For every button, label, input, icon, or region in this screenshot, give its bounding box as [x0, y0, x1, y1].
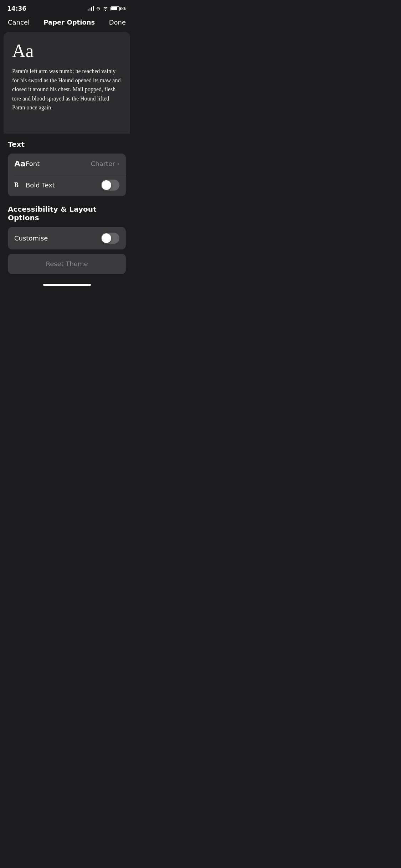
- bold-text-toggle[interactable]: [101, 180, 119, 191]
- font-chevron: ›: [117, 160, 119, 167]
- font-row[interactable]: Aa Font Charter ›: [8, 154, 126, 174]
- page-title: Paper Options: [43, 19, 95, 26]
- toggle-knob: [102, 180, 111, 190]
- toggle-knob-customise: [102, 233, 111, 243]
- bold-label: Bold Text: [26, 181, 101, 189]
- signal-icon: [88, 6, 94, 11]
- settings-section: Text Aa Font Charter › B Bold Text Acces…: [0, 134, 134, 274]
- wifi-icon: [103, 6, 108, 11]
- customise-row: Customise: [8, 227, 126, 249]
- bold-icon: B: [14, 181, 26, 189]
- done-button[interactable]: Done: [109, 19, 126, 26]
- accessibility-section-header: Accessibility & Layout Options: [8, 205, 126, 222]
- font-icon: Aa: [14, 159, 26, 168]
- home-bar: [43, 284, 91, 286]
- cancel-button[interactable]: Cancel: [8, 19, 30, 26]
- customise-label: Customise: [14, 234, 101, 242]
- bold-text-row: B Bold Text: [8, 174, 126, 196]
- status-icons: ⊖ 86: [88, 6, 127, 11]
- preview-text: Paran's left arm was numb; he reached va…: [12, 67, 122, 112]
- battery-level: 86: [121, 6, 127, 11]
- nav-bar: Cancel Paper Options Done: [0, 14, 134, 32]
- font-label: Font: [26, 160, 91, 167]
- wifi-icon: ⊖: [96, 6, 101, 11]
- text-options-card: Aa Font Charter › B Bold Text: [8, 154, 126, 196]
- preview-aa-label: Aa: [12, 42, 122, 60]
- customise-card: Customise: [8, 227, 126, 249]
- reset-card: Reset Theme: [8, 254, 126, 274]
- status-time: 14:36: [7, 5, 26, 12]
- preview-area: Aa Paran's left arm was numb; he reached…: [4, 32, 130, 134]
- status-bar: 14:36 ⊖ 86: [0, 0, 134, 14]
- text-section-header: Text: [8, 140, 126, 149]
- battery-indicator: 86: [110, 6, 127, 11]
- reset-theme-button[interactable]: Reset Theme: [8, 254, 126, 274]
- font-value: Charter: [91, 160, 115, 167]
- home-indicator: [0, 274, 134, 289]
- customise-toggle[interactable]: [101, 233, 119, 244]
